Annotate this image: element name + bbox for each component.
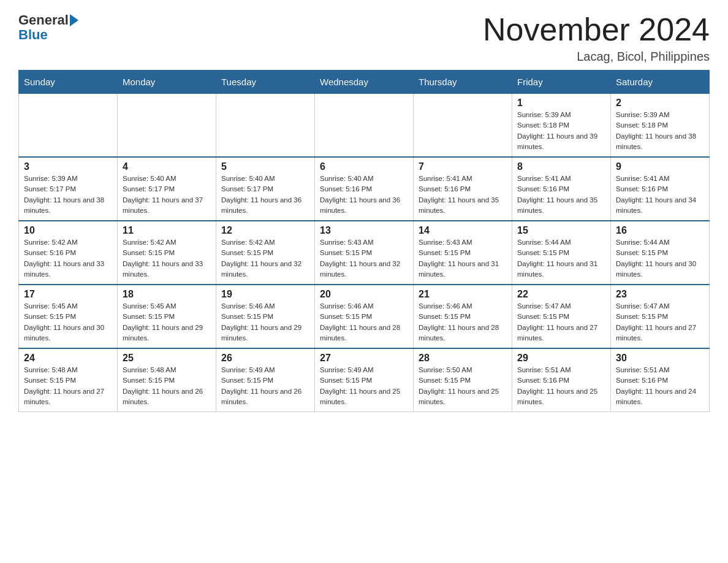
calendar-cell: 26Sunrise: 5:49 AMSunset: 5:15 PMDayligh… [216, 348, 315, 412]
calendar-subtitle: Lacag, Bicol, Philippines [483, 50, 710, 64]
day-number: 27 [320, 353, 408, 364]
day-info: Sunrise: 5:44 AMSunset: 5:15 PMDaylight:… [616, 237, 704, 280]
day-number: 21 [419, 289, 507, 300]
day-info: Sunrise: 5:42 AMSunset: 5:15 PMDaylight:… [221, 237, 309, 280]
calendar-cell: 13Sunrise: 5:43 AMSunset: 5:15 PMDayligh… [315, 221, 414, 285]
calendar-cell: 22Sunrise: 5:47 AMSunset: 5:15 PMDayligh… [512, 285, 611, 348]
calendar-cell: 4Sunrise: 5:40 AMSunset: 5:17 PMDaylight… [118, 157, 216, 221]
day-number: 23 [616, 289, 704, 300]
day-info: Sunrise: 5:46 AMSunset: 5:15 PMDaylight:… [320, 301, 408, 343]
calendar-cell: 12Sunrise: 5:42 AMSunset: 5:15 PMDayligh… [216, 221, 315, 285]
calendar-cell: 18Sunrise: 5:45 AMSunset: 5:15 PMDayligh… [118, 285, 216, 348]
day-info: Sunrise: 5:39 AMSunset: 5:17 PMDaylight:… [24, 174, 112, 216]
day-number: 16 [616, 225, 704, 236]
day-number: 5 [221, 161, 309, 172]
day-number: 28 [419, 353, 507, 364]
calendar-cell: 30Sunrise: 5:51 AMSunset: 5:16 PMDayligh… [611, 348, 710, 412]
day-header-sunday: Sunday [19, 71, 118, 94]
day-info: Sunrise: 5:45 AMSunset: 5:15 PMDaylight:… [24, 301, 112, 343]
day-info: Sunrise: 5:50 AMSunset: 5:15 PMDaylight:… [419, 365, 507, 407]
calendar-cell: 16Sunrise: 5:44 AMSunset: 5:15 PMDayligh… [611, 221, 710, 285]
day-info: Sunrise: 5:40 AMSunset: 5:16 PMDaylight:… [320, 174, 408, 216]
calendar-cell: 24Sunrise: 5:48 AMSunset: 5:15 PMDayligh… [19, 348, 118, 412]
day-number: 25 [123, 353, 211, 364]
calendar-cell: 9Sunrise: 5:41 AMSunset: 5:16 PMDaylight… [611, 157, 710, 221]
day-number: 6 [320, 161, 408, 172]
day-info: Sunrise: 5:48 AMSunset: 5:15 PMDaylight:… [123, 365, 211, 407]
day-header-tuesday: Tuesday [216, 71, 315, 94]
day-number: 18 [123, 289, 211, 300]
day-info: Sunrise: 5:39 AMSunset: 5:18 PMDaylight:… [517, 110, 605, 152]
calendar-week-1: 1Sunrise: 5:39 AMSunset: 5:18 PMDaylight… [19, 94, 710, 158]
day-number: 13 [320, 225, 408, 236]
calendar-cell: 20Sunrise: 5:46 AMSunset: 5:15 PMDayligh… [315, 285, 414, 348]
day-info: Sunrise: 5:43 AMSunset: 5:15 PMDaylight:… [320, 237, 408, 280]
day-info: Sunrise: 5:48 AMSunset: 5:15 PMDaylight:… [24, 365, 112, 407]
day-info: Sunrise: 5:41 AMSunset: 5:16 PMDaylight:… [419, 174, 507, 216]
calendar-cell [118, 94, 216, 158]
day-header-wednesday: Wednesday [315, 71, 414, 94]
calendar-week-5: 24Sunrise: 5:48 AMSunset: 5:15 PMDayligh… [19, 348, 710, 412]
day-number: 11 [123, 225, 211, 236]
day-number: 29 [517, 353, 605, 364]
calendar-cell: 10Sunrise: 5:42 AMSunset: 5:16 PMDayligh… [19, 221, 118, 285]
day-info: Sunrise: 5:43 AMSunset: 5:15 PMDaylight:… [419, 237, 507, 280]
calendar-cell: 17Sunrise: 5:45 AMSunset: 5:15 PMDayligh… [19, 285, 118, 348]
calendar-cell: 2Sunrise: 5:39 AMSunset: 5:18 PMDaylight… [611, 94, 710, 158]
logo-general: General [18, 12, 69, 28]
calendar-cell: 29Sunrise: 5:51 AMSunset: 5:16 PMDayligh… [512, 348, 611, 412]
calendar-cell: 21Sunrise: 5:46 AMSunset: 5:15 PMDayligh… [414, 285, 512, 348]
calendar-cell: 8Sunrise: 5:41 AMSunset: 5:16 PMDaylight… [512, 157, 611, 221]
calendar-cell: 11Sunrise: 5:42 AMSunset: 5:15 PMDayligh… [118, 221, 216, 285]
calendar-cell [216, 94, 315, 158]
calendar-cell [19, 94, 118, 158]
day-info: Sunrise: 5:40 AMSunset: 5:17 PMDaylight:… [221, 174, 309, 216]
calendar-cell: 7Sunrise: 5:41 AMSunset: 5:16 PMDaylight… [414, 157, 512, 221]
day-info: Sunrise: 5:42 AMSunset: 5:15 PMDaylight:… [123, 237, 211, 280]
day-number: 24 [24, 353, 112, 364]
calendar-cell: 6Sunrise: 5:40 AMSunset: 5:16 PMDaylight… [315, 157, 414, 221]
day-info: Sunrise: 5:49 AMSunset: 5:15 PMDaylight:… [221, 365, 309, 407]
day-info: Sunrise: 5:40 AMSunset: 5:17 PMDaylight:… [123, 174, 211, 216]
day-info: Sunrise: 5:41 AMSunset: 5:16 PMDaylight:… [517, 174, 605, 216]
day-info: Sunrise: 5:39 AMSunset: 5:18 PMDaylight:… [616, 110, 704, 152]
day-number: 19 [221, 289, 309, 300]
calendar-title: November 2024 [483, 12, 710, 47]
day-number: 2 [616, 98, 704, 109]
day-number: 14 [419, 225, 507, 236]
page-header: General Blue November 2024 Lacag, Bicol,… [18, 12, 710, 64]
day-number: 10 [24, 225, 112, 236]
day-header-saturday: Saturday [611, 71, 710, 94]
day-header-monday: Monday [118, 71, 216, 94]
calendar-cell: 23Sunrise: 5:47 AMSunset: 5:15 PMDayligh… [611, 285, 710, 348]
calendar-cell: 25Sunrise: 5:48 AMSunset: 5:15 PMDayligh… [118, 348, 216, 412]
day-info: Sunrise: 5:46 AMSunset: 5:15 PMDaylight:… [221, 301, 309, 343]
day-header-thursday: Thursday [414, 71, 512, 94]
calendar-cell: 14Sunrise: 5:43 AMSunset: 5:15 PMDayligh… [414, 221, 512, 285]
calendar-cell: 15Sunrise: 5:44 AMSunset: 5:15 PMDayligh… [512, 221, 611, 285]
logo-arrow-icon [70, 14, 78, 26]
calendar-week-2: 3Sunrise: 5:39 AMSunset: 5:17 PMDaylight… [19, 157, 710, 221]
calendar-cell: 3Sunrise: 5:39 AMSunset: 5:17 PMDaylight… [19, 157, 118, 221]
day-header-friday: Friday [512, 71, 611, 94]
day-info: Sunrise: 5:42 AMSunset: 5:16 PMDaylight:… [24, 237, 112, 280]
day-info: Sunrise: 5:46 AMSunset: 5:15 PMDaylight:… [419, 301, 507, 343]
day-number: 12 [221, 225, 309, 236]
day-number: 20 [320, 289, 408, 300]
calendar-cell [315, 94, 414, 158]
day-number: 15 [517, 225, 605, 236]
day-header-row: SundayMondayTuesdayWednesdayThursdayFrid… [19, 71, 710, 94]
day-info: Sunrise: 5:45 AMSunset: 5:15 PMDaylight:… [123, 301, 211, 343]
calendar-week-3: 10Sunrise: 5:42 AMSunset: 5:16 PMDayligh… [19, 221, 710, 285]
calendar-week-4: 17Sunrise: 5:45 AMSunset: 5:15 PMDayligh… [19, 285, 710, 348]
logo-text: General [18, 12, 78, 28]
logo-blue-word: Blue [18, 27, 48, 43]
calendar-cell [414, 94, 512, 158]
calendar-cell: 5Sunrise: 5:40 AMSunset: 5:17 PMDaylight… [216, 157, 315, 221]
logo: General Blue [18, 12, 78, 43]
day-number: 17 [24, 289, 112, 300]
calendar-cell: 19Sunrise: 5:46 AMSunset: 5:15 PMDayligh… [216, 285, 315, 348]
day-number: 22 [517, 289, 605, 300]
calendar-cell: 1Sunrise: 5:39 AMSunset: 5:18 PMDaylight… [512, 94, 611, 158]
day-info: Sunrise: 5:47 AMSunset: 5:15 PMDaylight:… [616, 301, 704, 343]
